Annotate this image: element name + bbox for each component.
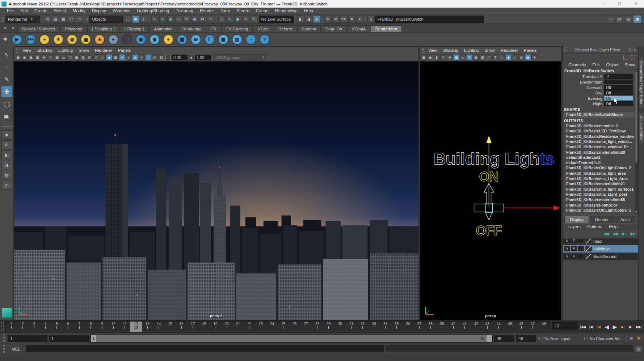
menu-item[interactable]: Create [31, 8, 51, 13]
camera-attributes-icon[interactable]: ◉ [427, 54, 433, 60]
playback-range-bar[interactable] [91, 335, 492, 342]
open-render-view-icon[interactable]: ▥ [324, 16, 332, 23]
frame-tick[interactable]: 21 [232, 322, 244, 332]
shelf-tab[interactable]: Deform [274, 25, 297, 32]
renderman-render-icon[interactable]: ▶ [12, 34, 22, 45]
frame-tick[interactable]: 37 [414, 322, 425, 332]
renderman-it-icon[interactable]: ◉ [356, 16, 363, 23]
chevron-down-icon[interactable]: ▼ [538, 337, 541, 340]
highlight-selection-icon[interactable]: ↖ [207, 16, 214, 23]
two-d-pan-zoom-icon[interactable]: ✥ [447, 54, 453, 60]
playback-start-field[interactable] [49, 335, 89, 342]
viewport-menu-item[interactable]: Renderer [498, 48, 521, 52]
frame-tick[interactable]: 7 [74, 322, 85, 332]
grip[interactable] [1, 322, 4, 332]
menu-item[interactable]: Stereo [233, 8, 252, 13]
frame-tick[interactable]: 30 [334, 322, 346, 332]
frame-tick[interactable]: 3 [29, 322, 40, 332]
wireframe-icon[interactable]: ◇ [499, 54, 505, 60]
add-layer-from-selected-button[interactable]: ◆● [630, 232, 635, 236]
shelf-tab[interactable]: RenderMan [371, 25, 402, 32]
list-connections-icon[interactable]: ≡ [242, 16, 249, 23]
resolution-gate-icon[interactable]: ▢ [466, 54, 472, 60]
select-object-icon[interactable]: ▣ [132, 16, 139, 23]
frame-tick[interactable]: 26 [289, 322, 300, 332]
snap-grid-icon[interactable]: ⊞ [151, 16, 159, 23]
shadows-icon[interactable]: ◐ [126, 54, 132, 60]
shelf-tab[interactable]: Animation [149, 25, 177, 32]
close-panel-icon[interactable]: ✕ [632, 47, 637, 52]
frame-tick[interactable]: 31 [346, 322, 357, 332]
shelf-tab[interactable]: Curves / Surfaces [17, 25, 60, 32]
screen-space-ao-icon[interactable]: ◍ [132, 54, 138, 60]
layer-menu-item[interactable]: Layers [564, 224, 584, 229]
command-output[interactable] [386, 345, 633, 352]
select-camera-icon[interactable]: ▣ [421, 54, 427, 60]
input-connections-icon[interactable]: ◇ [218, 16, 226, 23]
range-end-handle[interactable] [487, 335, 492, 342]
shape-item[interactable]: Frank3D_KitBash:SwitchShape [563, 112, 638, 118]
output-item[interactable]: Frank3D_KitBash:materialInfo28 [563, 150, 638, 155]
frame-tick[interactable]: 36 [402, 322, 413, 332]
resolution-gate-icon[interactable]: ▢ [67, 54, 73, 60]
persp-uv-layout-button[interactable]: ◫ [1, 181, 12, 190]
frame-tick[interactable]: 17 [187, 322, 198, 332]
gate-mask-icon[interactable]: ▣ [73, 54, 80, 60]
scroll-down-icon[interactable]: ▼ [635, 211, 637, 213]
frame-tick[interactable]: 18 [198, 322, 210, 332]
menu-item[interactable]: Render [197, 8, 217, 13]
frame-tick[interactable]: 15 [164, 322, 176, 332]
grip[interactable] [2, 15, 4, 23]
menu-item[interactable]: Help [301, 8, 316, 13]
frame-tick[interactable]: 25 [278, 322, 289, 332]
pxr-portal-light-icon[interactable]: ▣ [80, 34, 91, 45]
frame-tick[interactable]: 28 [312, 322, 323, 332]
frame-tick[interactable]: 32 [357, 322, 368, 332]
layer-visibility-toggle[interactable]: V [564, 238, 570, 244]
tab-channel-box[interactable]: Channel Box / Layer Editor [639, 57, 644, 109]
channel-row[interactable]: Night Off [563, 101, 638, 106]
humanik-icon[interactable]: ▤ [615, 15, 623, 23]
render-settings-icon[interactable]: ✱ [348, 16, 355, 23]
animation-start-field[interactable] [8, 335, 47, 342]
grease-pencil-icon[interactable]: ✎ [47, 54, 54, 60]
move-layer-up-icon[interactable]: ◀◆ [603, 232, 610, 236]
layer-visibility-toggle[interactable]: V [564, 246, 570, 251]
select-component-icon[interactable]: ◫ [140, 16, 147, 23]
grip[interactable] [422, 47, 424, 53]
frame-tick[interactable]: 45 [504, 322, 515, 332]
frame-tick[interactable]: 5 [51, 322, 62, 332]
new-scene-icon[interactable]: ▤ [44, 16, 51, 23]
pxr-sphere-light-icon[interactable]: ● [39, 34, 50, 45]
layer-menu-item[interactable]: Options [584, 224, 605, 229]
selection-mask-selector[interactable]: Objects [89, 16, 123, 23]
save-panel-icon[interactable]: ◨ [305, 16, 312, 23]
motion-blur-icon[interactable]: ≋ [139, 54, 145, 60]
channel-row[interactable]: Overcast Off [563, 85, 638, 90]
pxr-dome-light-icon[interactable]: ● [108, 34, 119, 45]
output-item[interactable]: defaultTextureList1 [563, 160, 638, 166]
bookmark-icon[interactable]: ▮ [434, 54, 440, 60]
renderman-ipr-icon[interactable]: IPR [25, 34, 36, 45]
safe-title-icon[interactable]: T [492, 54, 498, 60]
gamma-control[interactable]: ◆ 1.00 [189, 55, 211, 60]
scale-tool[interactable]: ▣ [1, 111, 12, 122]
range-start-handle[interactable]: 1 [91, 335, 96, 342]
play-forward-button[interactable]: ▶ [611, 323, 619, 331]
frame-tick[interactable]: 2 [17, 322, 28, 332]
redo-icon[interactable]: ↷ [76, 16, 83, 23]
channel-box-menu-item[interactable]: Object [603, 63, 621, 67]
output-item[interactable]: defaultShaderList1 [563, 155, 638, 160]
gear-icon[interactable]: ✱ [2, 35, 9, 44]
it-display-icon[interactable]: ◉ [149, 34, 160, 45]
layer-color-swatch[interactable] [585, 238, 592, 244]
edit-connections-icon[interactable]: ✎ [250, 16, 257, 23]
wireframe-icon[interactable]: ◇ [100, 54, 106, 60]
frame-tick[interactable]: 12 12 [130, 322, 142, 332]
frame-tick[interactable]: 38 [425, 322, 436, 332]
menu-item[interactable]: Lighting/Shading [134, 8, 172, 13]
output-item[interactable]: Frank3D_KitBash:LED_TextGlow [563, 128, 638, 134]
output-item[interactable]: Frank3D_KitBash:neonInc_2 [563, 123, 638, 129]
gate-mask-icon[interactable]: ▣ [473, 54, 479, 60]
frame-tick[interactable]: 48 [538, 322, 550, 332]
